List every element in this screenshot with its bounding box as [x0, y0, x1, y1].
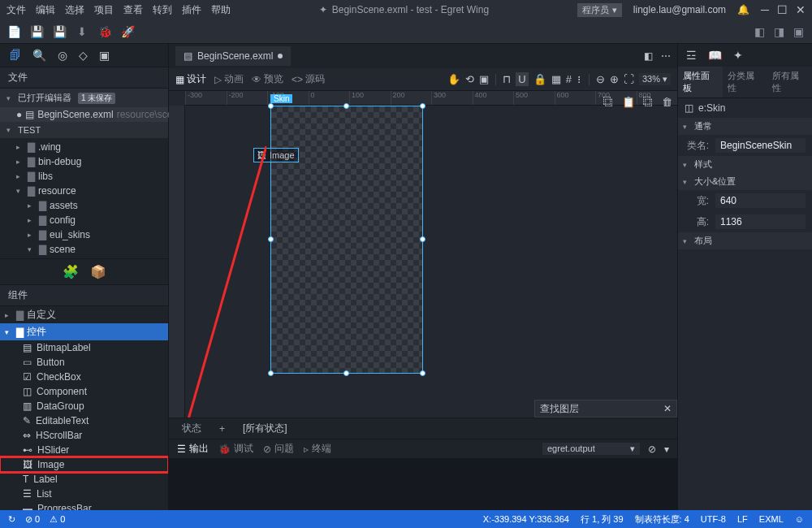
search-icon[interactable]: 🔍 [32, 49, 46, 62]
tab-all-props[interactable]: 所有属性 [767, 67, 812, 97]
section-sizepos[interactable]: ▾大小&位置 [678, 173, 812, 190]
puzzle-icon[interactable]: 🧩 [63, 264, 79, 279]
hand-icon[interactable]: ✋ [447, 73, 460, 85]
tree-folder-wing[interactable]: ▸▇.wing [0, 140, 168, 154]
menu-file[interactable]: 文件 [6, 3, 26, 17]
rocket-icon[interactable]: 🚀 [122, 26, 133, 37]
control-hslider[interactable]: ⊷HSlider [0, 443, 168, 457]
files-icon[interactable]: 🗐 [10, 49, 21, 62]
tab-beginscene[interactable]: ▤ BeginScene.exml [175, 46, 291, 66]
canvas[interactable]: -300-200-1000100200300400500600700800 ⿻ … [169, 91, 677, 418]
handle-se[interactable] [420, 370, 425, 376]
status-lang[interactable]: EXML [759, 514, 784, 524]
mode-anim[interactable]: ▷ 动画 [214, 72, 244, 86]
snap-u-icon[interactable]: U [516, 72, 528, 86]
handle-s[interactable] [343, 370, 349, 376]
bell-icon[interactable]: 🔔 [737, 4, 749, 15]
comp-group-custom[interactable]: ▸▇自定义 [0, 306, 168, 323]
status-tabsize[interactable]: 制表符长度: 4 [635, 513, 689, 526]
control-button[interactable]: ▭Button [0, 355, 168, 370]
open-editor-item[interactable]: ● ▤ BeginScene.exml resource\scene [0, 107, 168, 122]
close-icon[interactable]: ✕ [796, 3, 806, 16]
props-icon3[interactable]: ✦ [733, 49, 743, 62]
lock-icon[interactable]: 🔒 [533, 73, 546, 85]
status-cursor[interactable]: 行 1, 列 39 [581, 513, 624, 526]
package-icon[interactable]: ▣ [99, 49, 110, 62]
tree-folder-assets[interactable]: ▸▇assets [0, 198, 168, 213]
tree-folder-scene[interactable]: ▾▇scene [0, 242, 168, 257]
add-state-button[interactable]: + [214, 422, 230, 436]
props-icon2[interactable]: 📖 [708, 49, 722, 62]
new-file-icon[interactable]: 📄 [8, 26, 19, 37]
handle-nw[interactable] [268, 103, 274, 109]
handle-sw[interactable] [268, 370, 274, 376]
grid-icon[interactable]: ▦ [551, 73, 561, 85]
mode-source[interactable]: <> 源码 [292, 72, 325, 86]
layer-search-box[interactable]: 查找图层 ✕ [534, 400, 677, 418]
clear-output-icon[interactable]: ⊘ [648, 444, 656, 455]
scale-icon[interactable]: ▣ [479, 73, 489, 85]
menu-edit[interactable]: 编辑 [36, 3, 55, 17]
tab-problems[interactable]: ⊘ 问题 [263, 442, 294, 456]
menu-project[interactable]: 项目 [94, 3, 114, 17]
tree-folder-resource[interactable]: ▾▇resource [0, 184, 168, 198]
classname-input[interactable]: BeginSceneSkin [715, 138, 806, 153]
control-checkbox[interactable]: ☑CheckBox [0, 370, 168, 384]
handle-ne[interactable] [420, 103, 425, 109]
distribute-icon[interactable]: ⫶ [577, 73, 582, 85]
control-image[interactable]: 🖼Image [0, 457, 168, 472]
more-icon[interactable]: ⋯ [661, 50, 671, 62]
layout1-icon[interactable]: ◧ [754, 26, 765, 37]
layout2-icon[interactable]: ◨ [773, 26, 784, 37]
tab-category-props[interactable]: 分类属性 [723, 67, 767, 97]
align-icon[interactable]: # [566, 73, 572, 85]
download-icon[interactable]: ⬇ [76, 26, 88, 37]
tree-folder-config[interactable]: ▸▇config [0, 213, 168, 227]
handle-e[interactable] [420, 236, 425, 242]
open-editors-head[interactable]: ▾ 已打开编辑器 1 未保存 [0, 89, 168, 107]
target-icon[interactable]: ◎ [58, 49, 67, 62]
tab-output[interactable]: ☰ 输出 [177, 442, 209, 456]
tree-folder-bindebug[interactable]: ▸▇bin-debug [0, 154, 168, 169]
role-badge[interactable]: 程序员 ▾ [577, 3, 622, 17]
all-states-button[interactable]: [所有状态] [238, 420, 292, 437]
control-progressbar[interactable]: ▬ProgressBar [0, 501, 168, 510]
control-editabletext[interactable]: ✎EditableText [0, 413, 168, 428]
tab-debug[interactable]: 🐞 调试 [218, 442, 253, 456]
status-eol[interactable]: LF [737, 514, 748, 524]
menu-select[interactable]: 选择 [65, 3, 84, 17]
stage-skin[interactable]: Skin [270, 106, 423, 374]
handle-n[interactable] [343, 103, 349, 109]
copy-icon[interactable]: ⿻ [603, 96, 614, 110]
control-datagroup[interactable]: ▥DataGroup [0, 399, 168, 413]
zoom-out-icon[interactable]: ⊖ [596, 73, 605, 85]
project-head[interactable]: ▾ TEST [0, 122, 168, 138]
width-input[interactable]: 640 [715, 193, 806, 208]
mode-design[interactable]: ▦ 设计 [175, 72, 206, 86]
collapse-panel-icon[interactable]: ▾ [664, 444, 669, 455]
split-icon[interactable]: ◧ [644, 50, 653, 62]
menu-view[interactable]: 查看 [123, 3, 143, 17]
section-layout[interactable]: ▾布局 [678, 232, 812, 249]
diamond-icon[interactable]: ◇ [79, 49, 88, 62]
save-all-icon[interactable]: 💾 [54, 26, 65, 37]
save-icon[interactable]: 💾 [31, 26, 42, 37]
props-icon1[interactable]: ☲ [686, 49, 697, 62]
menu-goto[interactable]: 转到 [153, 3, 172, 17]
status-warnings[interactable]: ⚠ 0 [50, 514, 65, 525]
tree-folder-libs[interactable]: ▸▇libs [0, 169, 168, 184]
status-sync-icon[interactable]: ↻ [8, 514, 15, 525]
tree-folder-euiskins[interactable]: ▸▇eui_skins [0, 227, 168, 242]
menu-help[interactable]: 帮助 [211, 3, 231, 17]
delete-icon[interactable]: 🗑 [662, 96, 672, 110]
mode-preview[interactable]: 👁 预览 [252, 72, 283, 86]
control-component[interactable]: ◫Component [0, 384, 168, 399]
section-style[interactable]: ▾样式 [678, 156, 812, 173]
output-channel-select[interactable]: egret.output▾ [542, 443, 640, 455]
control-list[interactable]: ☰List [0, 487, 168, 501]
comp-group-controls[interactable]: ▾▇控件 [0, 323, 168, 340]
handle-w[interactable] [268, 236, 274, 242]
control-hscrollbar[interactable]: ⇔HScrollBar [0, 428, 168, 443]
layout3-icon[interactable]: ▣ [793, 26, 804, 37]
refresh-icon[interactable]: ⟲ [465, 73, 474, 85]
